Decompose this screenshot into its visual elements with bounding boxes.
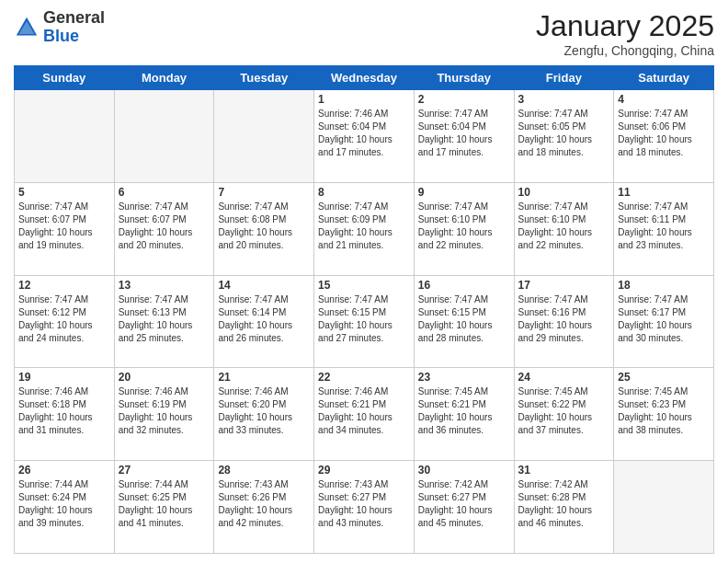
calendar-table: SundayMondayTuesdayWednesdayThursdayFrid… — [14, 65, 714, 554]
day-number: 1 — [318, 93, 410, 106]
day-info: Sunrise: 7:44 AM Sunset: 6:25 PM Dayligh… — [119, 478, 210, 530]
weekday-header: Saturday — [614, 66, 714, 90]
calendar-cell: 27Sunrise: 7:44 AM Sunset: 6:25 PM Dayli… — [114, 461, 214, 554]
calendar-cell: 29Sunrise: 7:43 AM Sunset: 6:27 PM Dayli… — [314, 461, 415, 554]
day-number: 24 — [518, 371, 610, 384]
calendar-cell — [15, 90, 115, 183]
calendar-cell: 23Sunrise: 7:45 AM Sunset: 6:21 PM Dayli… — [414, 368, 514, 461]
calendar-week-row: 26Sunrise: 7:44 AM Sunset: 6:24 PM Dayli… — [15, 461, 714, 554]
calendar-cell: 18Sunrise: 7:47 AM Sunset: 6:17 PM Dayli… — [614, 275, 714, 368]
weekday-header: Wednesday — [314, 66, 415, 90]
weekday-header: Friday — [514, 66, 614, 90]
calendar-cell: 19Sunrise: 7:46 AM Sunset: 6:18 PM Dayli… — [15, 368, 115, 461]
calendar-week-row: 1Sunrise: 7:46 AM Sunset: 6:04 PM Daylig… — [15, 90, 714, 183]
page: General Blue January 2025 Zengfu, Chongq… — [0, 0, 728, 563]
day-number: 2 — [418, 93, 510, 106]
calendar-week-row: 12Sunrise: 7:47 AM Sunset: 6:12 PM Dayli… — [15, 275, 714, 368]
day-info: Sunrise: 7:47 AM Sunset: 6:12 PM Dayligh… — [18, 293, 110, 345]
day-info: Sunrise: 7:44 AM Sunset: 6:24 PM Dayligh… — [18, 478, 110, 530]
calendar-cell: 8Sunrise: 7:47 AM Sunset: 6:09 PM Daylig… — [314, 182, 415, 275]
calendar-cell: 6Sunrise: 7:47 AM Sunset: 6:07 PM Daylig… — [114, 182, 214, 275]
weekday-header: Tuesday — [214, 66, 314, 90]
calendar-cell: 11Sunrise: 7:47 AM Sunset: 6:11 PM Dayli… — [614, 182, 714, 275]
month-title: January 2025 — [536, 9, 714, 43]
day-info: Sunrise: 7:47 AM Sunset: 6:14 PM Dayligh… — [218, 293, 310, 345]
day-number: 20 — [119, 371, 210, 384]
day-info: Sunrise: 7:47 AM Sunset: 6:11 PM Dayligh… — [618, 201, 710, 252]
day-info: Sunrise: 7:45 AM Sunset: 6:21 PM Dayligh… — [418, 385, 510, 437]
day-number: 4 — [618, 93, 710, 106]
day-info: Sunrise: 7:47 AM Sunset: 6:16 PM Dayligh… — [518, 293, 610, 345]
day-info: Sunrise: 7:47 AM Sunset: 6:10 PM Dayligh… — [418, 201, 510, 252]
calendar-cell: 28Sunrise: 7:43 AM Sunset: 6:26 PM Dayli… — [214, 461, 314, 554]
day-number: 14 — [218, 279, 310, 292]
day-number: 30 — [418, 464, 510, 477]
calendar-body: 1Sunrise: 7:46 AM Sunset: 6:04 PM Daylig… — [15, 90, 714, 554]
day-info: Sunrise: 7:47 AM Sunset: 6:05 PM Dayligh… — [518, 108, 610, 159]
weekday-header: Monday — [114, 66, 214, 90]
calendar-cell: 12Sunrise: 7:47 AM Sunset: 6:12 PM Dayli… — [15, 275, 115, 368]
day-number: 8 — [318, 186, 410, 199]
weekday-header-row: SundayMondayTuesdayWednesdayThursdayFrid… — [15, 66, 714, 90]
day-info: Sunrise: 7:43 AM Sunset: 6:27 PM Dayligh… — [318, 478, 410, 530]
calendar-cell: 1Sunrise: 7:46 AM Sunset: 6:04 PM Daylig… — [314, 90, 415, 183]
calendar-cell — [114, 90, 214, 183]
day-number: 29 — [318, 464, 410, 477]
day-number: 19 — [18, 371, 110, 384]
day-number: 17 — [518, 279, 610, 292]
logo: General Blue — [14, 9, 105, 46]
calendar-cell: 17Sunrise: 7:47 AM Sunset: 6:16 PM Dayli… — [514, 275, 614, 368]
calendar-cell: 10Sunrise: 7:47 AM Sunset: 6:10 PM Dayli… — [514, 182, 614, 275]
calendar-cell: 30Sunrise: 7:42 AM Sunset: 6:27 PM Dayli… — [414, 461, 514, 554]
day-number: 9 — [418, 186, 510, 199]
day-info: Sunrise: 7:46 AM Sunset: 6:04 PM Dayligh… — [318, 108, 410, 159]
header: General Blue January 2025 Zengfu, Chongq… — [14, 9, 714, 58]
day-info: Sunrise: 7:47 AM Sunset: 6:07 PM Dayligh… — [18, 201, 110, 252]
day-info: Sunrise: 7:46 AM Sunset: 6:20 PM Dayligh… — [218, 385, 310, 437]
day-number: 31 — [518, 464, 610, 477]
day-info: Sunrise: 7:47 AM Sunset: 6:07 PM Dayligh… — [119, 201, 210, 252]
calendar-cell: 24Sunrise: 7:45 AM Sunset: 6:22 PM Dayli… — [514, 368, 614, 461]
day-info: Sunrise: 7:47 AM Sunset: 6:17 PM Dayligh… — [618, 293, 710, 345]
day-number: 6 — [119, 186, 210, 199]
day-number: 22 — [318, 371, 410, 384]
day-info: Sunrise: 7:45 AM Sunset: 6:23 PM Dayligh… — [618, 385, 710, 437]
calendar-cell: 22Sunrise: 7:46 AM Sunset: 6:21 PM Dayli… — [314, 368, 415, 461]
calendar-cell: 20Sunrise: 7:46 AM Sunset: 6:19 PM Dayli… — [114, 368, 214, 461]
logo-general: General — [43, 8, 105, 27]
calendar-cell: 2Sunrise: 7:47 AM Sunset: 6:04 PM Daylig… — [414, 90, 514, 183]
day-number: 16 — [418, 279, 510, 292]
day-number: 7 — [218, 186, 310, 199]
day-number: 3 — [518, 93, 610, 106]
logo-text: General Blue — [43, 9, 105, 46]
calendar-cell: 14Sunrise: 7:47 AM Sunset: 6:14 PM Dayli… — [214, 275, 314, 368]
day-number: 21 — [218, 371, 310, 384]
day-number: 11 — [618, 186, 710, 199]
location: Zengfu, Chongqing, China — [536, 43, 714, 58]
weekday-header: Thursday — [414, 66, 514, 90]
day-info: Sunrise: 7:45 AM Sunset: 6:22 PM Dayligh… — [518, 385, 610, 437]
calendar-cell: 26Sunrise: 7:44 AM Sunset: 6:24 PM Dayli… — [15, 461, 115, 554]
day-info: Sunrise: 7:43 AM Sunset: 6:26 PM Dayligh… — [218, 478, 310, 530]
day-info: Sunrise: 7:47 AM Sunset: 6:06 PM Dayligh… — [618, 108, 710, 159]
calendar-cell: 9Sunrise: 7:47 AM Sunset: 6:10 PM Daylig… — [414, 182, 514, 275]
day-info: Sunrise: 7:42 AM Sunset: 6:27 PM Dayligh… — [418, 478, 510, 530]
day-number: 12 — [18, 279, 110, 292]
day-number: 28 — [218, 464, 310, 477]
day-info: Sunrise: 7:42 AM Sunset: 6:28 PM Dayligh… — [518, 478, 610, 530]
calendar-cell: 15Sunrise: 7:47 AM Sunset: 6:15 PM Dayli… — [314, 275, 415, 368]
calendar-cell: 3Sunrise: 7:47 AM Sunset: 6:05 PM Daylig… — [514, 90, 614, 183]
calendar-week-row: 19Sunrise: 7:46 AM Sunset: 6:18 PM Dayli… — [15, 368, 714, 461]
logo-icon — [14, 15, 40, 40]
day-number: 18 — [618, 279, 710, 292]
calendar-cell: 21Sunrise: 7:46 AM Sunset: 6:20 PM Dayli… — [214, 368, 314, 461]
calendar-cell: 13Sunrise: 7:47 AM Sunset: 6:13 PM Dayli… — [114, 275, 214, 368]
day-number: 26 — [18, 464, 110, 477]
day-info: Sunrise: 7:47 AM Sunset: 6:04 PM Dayligh… — [418, 108, 510, 159]
day-number: 5 — [18, 186, 110, 199]
day-number: 15 — [318, 279, 410, 292]
weekday-header: Sunday — [15, 66, 115, 90]
day-info: Sunrise: 7:47 AM Sunset: 6:15 PM Dayligh… — [318, 293, 410, 345]
calendar-cell: 4Sunrise: 7:47 AM Sunset: 6:06 PM Daylig… — [614, 90, 714, 183]
calendar-cell: 7Sunrise: 7:47 AM Sunset: 6:08 PM Daylig… — [214, 182, 314, 275]
